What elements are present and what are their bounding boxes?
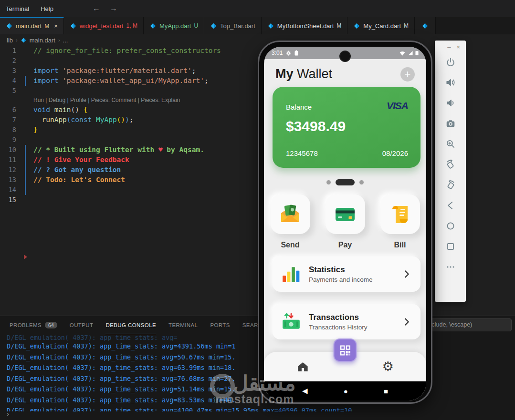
pay-button[interactable] bbox=[326, 195, 365, 234]
code-text bbox=[23, 86, 33, 96]
add-card-button[interactable]: + bbox=[400, 67, 415, 82]
panel-tab-debug-console[interactable]: DEBUG CONSOLE bbox=[105, 316, 156, 334]
panel-tab-label: OUTPUT bbox=[70, 322, 94, 328]
emulator-overview-icon[interactable] bbox=[441, 236, 460, 256]
settings-gear-icon[interactable]: ⚙ bbox=[382, 360, 394, 373]
qr-scanner-fab[interactable] bbox=[334, 338, 357, 362]
emulator-power-icon[interactable] bbox=[441, 51, 460, 72]
balance-amount: $3498.49 bbox=[286, 118, 346, 134]
git-change-gutter-marker bbox=[25, 76, 26, 86]
wifi-icon bbox=[399, 51, 406, 56]
console-line: D/EGL_emulation( 4037): app_time_stats: … bbox=[7, 405, 515, 411]
action-send: Send bbox=[271, 195, 310, 249]
balance-card[interactable]: Balance VISA $3498.49 12345678 08/2026 bbox=[273, 87, 420, 168]
emulator-volume-down-icon[interactable] bbox=[441, 92, 460, 113]
breadcrumb-item[interactable]: ... bbox=[63, 37, 68, 44]
app-title-rest: Wallet bbox=[294, 67, 333, 81]
tab-MyApp.dart[interactable]: MyApp.dartU bbox=[144, 17, 204, 34]
git-change-gutter-marker bbox=[25, 185, 26, 195]
deleted-lines-marker bbox=[24, 255, 27, 259]
android-back-button[interactable]: ◀ bbox=[302, 387, 308, 395]
action-pay: Pay bbox=[326, 195, 365, 249]
git-change-gutter-marker bbox=[25, 165, 26, 175]
emulator-volume-up-icon[interactable] bbox=[441, 72, 460, 92]
nav-forward-icon[interactable]: → bbox=[105, 4, 122, 13]
line-number: 9 bbox=[0, 135, 23, 145]
menu-terminal[interactable]: Terminal bbox=[0, 5, 35, 12]
line-number: 8 bbox=[0, 125, 23, 135]
bar-chart-icon bbox=[281, 264, 301, 284]
emulator-home-icon[interactable] bbox=[441, 215, 460, 236]
emulator-back-icon[interactable] bbox=[441, 195, 460, 215]
menu-help[interactable]: Help bbox=[35, 5, 59, 12]
code-text: // ! Give Your Feedback bbox=[23, 155, 129, 165]
tab-MyBottomSheet.dart[interactable]: MyBottomSheet.dartM bbox=[262, 17, 348, 34]
tab-My_Card.dart[interactable]: My_Card.dartM bbox=[347, 17, 415, 34]
code-text: void main() { bbox=[23, 105, 88, 115]
minimize-button[interactable]: – bbox=[447, 43, 451, 51]
problems-count-badge: 64 bbox=[45, 322, 57, 328]
transactions-card[interactable]: TransactionsTransactions History bbox=[273, 304, 420, 339]
credit-card-icon bbox=[334, 203, 357, 226]
breadcrumb-item[interactable]: lib bbox=[7, 37, 13, 44]
bill-button[interactable] bbox=[380, 195, 420, 234]
dart-icon bbox=[6, 22, 13, 30]
nav-back-icon[interactable]: ← bbox=[88, 4, 105, 13]
tab-label: My_Card.dart bbox=[363, 22, 401, 30]
console-line: D/EGL_emulation( 4037): app_time_stats: … bbox=[7, 395, 515, 406]
panel-tab-problems[interactable]: PROBLEMS64 bbox=[10, 316, 57, 334]
tab-git-badge: M bbox=[336, 22, 341, 29]
battery-icon bbox=[294, 50, 298, 56]
emulator-more-icon[interactable] bbox=[441, 256, 460, 277]
app-title: My Wallet bbox=[275, 67, 332, 82]
bill-receipt-icon bbox=[389, 203, 411, 226]
dart-icon bbox=[353, 22, 360, 30]
home-icon[interactable] bbox=[296, 360, 309, 373]
quick-actions: SendPayBill bbox=[264, 195, 426, 249]
line-number: 4 bbox=[0, 76, 23, 86]
code-text: } bbox=[23, 125, 38, 135]
close-icon[interactable]: × bbox=[54, 22, 58, 30]
chevron-right-icon bbox=[401, 269, 412, 279]
console-prompt[interactable]: › bbox=[6, 410, 10, 419]
action-label: Pay bbox=[338, 241, 352, 249]
page-dot-active bbox=[336, 179, 355, 185]
code-text: // ignore_for_file: prefer_const_constru… bbox=[23, 46, 221, 56]
statistics-card[interactable]: StatisticsPayments and income bbox=[273, 256, 420, 292]
panel-tab-ports[interactable]: PORTS bbox=[210, 316, 230, 334]
tab-partial[interactable] bbox=[415, 17, 436, 34]
tab-widget_test.dart[interactable]: widget_test.dart1, M bbox=[64, 17, 144, 34]
tab-main.dart[interactable]: main.dartM× bbox=[0, 17, 64, 34]
emulator-rotate-left-icon[interactable] bbox=[441, 154, 460, 174]
code-text bbox=[23, 56, 33, 66]
balance-label: Balance bbox=[286, 103, 312, 111]
app-title-bold: My bbox=[275, 67, 294, 81]
dart-icon bbox=[149, 22, 157, 30]
emulator-rotate-right-icon[interactable] bbox=[441, 174, 460, 195]
panel-tab-label: TERMINAL bbox=[168, 322, 198, 328]
tab-label: widget_test.dart bbox=[80, 22, 124, 30]
page-indicator bbox=[264, 179, 426, 185]
panel-tab-terminal[interactable]: TERMINAL bbox=[168, 316, 198, 334]
send-button[interactable] bbox=[271, 195, 310, 234]
code-text bbox=[23, 135, 33, 145]
emulator-toolbar: –× bbox=[435, 41, 466, 302]
card-number: 12345678 bbox=[286, 149, 318, 157]
phone-screen: 3:01 My Wallet + Balance VISA $3498.49 1… bbox=[264, 47, 426, 400]
emulator-zoom-icon[interactable] bbox=[441, 133, 460, 154]
line-number: 2 bbox=[0, 56, 23, 66]
android-home-button[interactable]: ● bbox=[344, 387, 348, 395]
emulator-screenshot-camera-icon[interactable] bbox=[441, 113, 460, 133]
menu-card-title: Transactions bbox=[309, 313, 394, 322]
dart-icon bbox=[210, 22, 217, 30]
code-text: // Todo: Let's Connect bbox=[23, 175, 125, 185]
breadcrumb-item[interactable]: main.dart bbox=[30, 37, 55, 44]
panel-tab-label: DEBUG CONSOLE bbox=[105, 322, 156, 328]
app-header: My Wallet + bbox=[264, 59, 426, 84]
tab-Top_Bar.dart[interactable]: Top_Bar.dart bbox=[204, 17, 262, 34]
android-recents-button[interactable]: ■ bbox=[384, 387, 388, 395]
panel-tab-output[interactable]: OUTPUT bbox=[70, 316, 94, 334]
close-button[interactable]: × bbox=[456, 43, 460, 51]
android-nav-bar: ◀ ● ■ bbox=[264, 381, 426, 400]
dart-icon bbox=[70, 22, 77, 30]
